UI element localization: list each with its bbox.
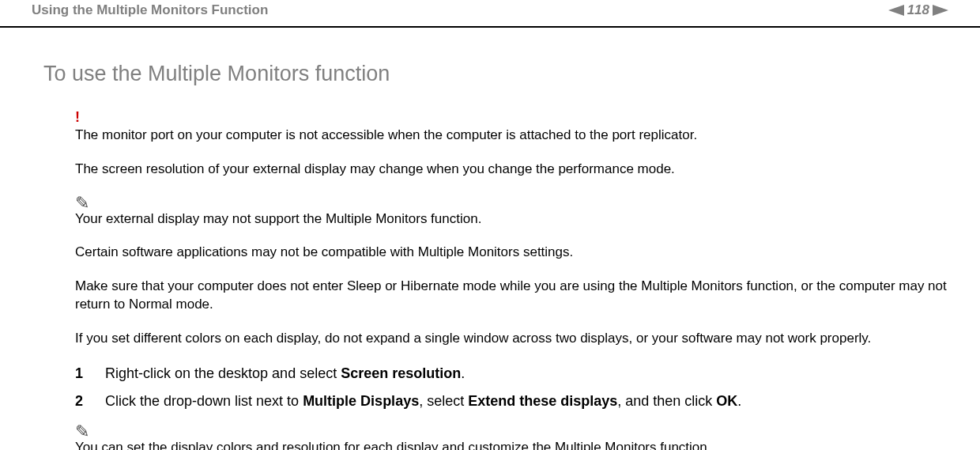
body-text: The screen resolution of your external d…	[75, 161, 948, 179]
step-text: Right-click on the desktop and select Sc…	[105, 364, 465, 383]
note-block: ✎ Your external display may not support …	[43, 195, 948, 349]
pencil-icon: ✎	[75, 423, 948, 441]
svg-marker-0	[888, 5, 904, 16]
page-content: To use the Multiple Monitors function ! …	[0, 28, 980, 450]
nav-next-icon[interactable]	[933, 5, 948, 16]
warning-block: ! The monitor port on your computer is n…	[43, 108, 948, 178]
body-text: Certain software applications may not be…	[75, 244, 948, 262]
steps-list: 1 Right-click on the desktop and select …	[43, 364, 948, 410]
note-block: ✎ You can set the display colors and res…	[43, 423, 948, 450]
pencil-icon: ✎	[75, 195, 948, 212]
svg-marker-1	[933, 5, 948, 16]
list-item: 2 Click the drop-down list next to Multi…	[43, 391, 948, 410]
warning-icon: !	[75, 108, 948, 127]
step-number: 2	[75, 391, 86, 410]
body-text: Your external display may not support th…	[75, 210, 948, 229]
page-nav: 118	[888, 2, 948, 20]
step-number: 1	[75, 364, 86, 383]
body-text: Make sure that your computer does not en…	[75, 278, 948, 314]
page-number: 118	[907, 2, 929, 20]
header-title: Using the Multiple Monitors Function	[32, 2, 268, 20]
nav-prev-icon[interactable]	[888, 5, 904, 16]
list-item: 1 Right-click on the desktop and select …	[43, 364, 948, 383]
body-text: The monitor port on your computer is not…	[75, 127, 948, 145]
body-text: If you set different colors on each disp…	[75, 330, 948, 348]
step-text: Click the drop-down list next to Multipl…	[105, 391, 741, 410]
body-text: You can set the display colors and resol…	[75, 439, 948, 450]
section-heading: To use the Multiple Monitors function	[43, 59, 948, 88]
page-header: Using the Multiple Monitors Function 118	[0, 0, 980, 28]
